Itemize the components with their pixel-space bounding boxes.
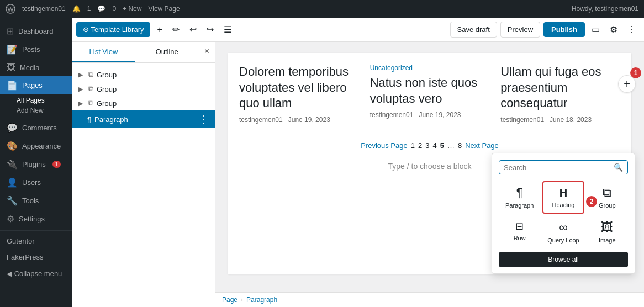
tree-arrow-icon-2: ▶: [78, 86, 85, 93]
adminbar-notifications: 🔔 1 💬 0: [72, 5, 116, 13]
settings-gear-button[interactable]: ⚙: [606, 21, 621, 38]
post-category-2[interactable]: Uncategorized: [370, 64, 490, 72]
page-5-current[interactable]: 5: [440, 141, 444, 150]
step-badge-1: 1: [630, 67, 641, 78]
post-date-3: June 18, 2023: [550, 116, 592, 124]
more-options-button[interactable]: ⋮: [624, 21, 640, 38]
add-block-toolbar-button[interactable]: +: [154, 22, 165, 38]
pages-add-new[interactable]: Add New: [17, 105, 65, 115]
tree-label-group-2: Group: [97, 85, 208, 93]
block-image[interactable]: 🖼 Image: [587, 216, 628, 248]
block-paragraph[interactable]: ¶ Paragraph: [499, 181, 540, 214]
tree-item-group-1[interactable]: ▶ ⧉ Group: [72, 67, 215, 82]
users-icon: 👤: [7, 177, 18, 188]
template-library-button[interactable]: ⊛ Template Library: [76, 22, 150, 37]
tree-label-group-3: Group: [97, 99, 208, 108]
group-icon: ⧉: [603, 186, 611, 200]
group-block-icon-3: ⧉: [88, 99, 93, 108]
prev-page-link[interactable]: Previous Page: [361, 141, 408, 150]
view-layout-button[interactable]: ▭: [588, 21, 603, 38]
sidebar-item-plugins[interactable]: 🔌 Plugins 1: [0, 155, 72, 173]
sidebar-item-tools[interactable]: 🔧 Tools: [0, 192, 72, 210]
heading-icon: H: [559, 187, 567, 199]
notification-icon: 🔔: [72, 5, 81, 13]
comment-icon: 💬: [97, 5, 105, 13]
sidebar-label-pages: Pages: [22, 81, 43, 89]
collapse-label: Collapse menu: [14, 269, 62, 278]
page-4[interactable]: 4: [432, 141, 436, 150]
row-icon: ⊟: [515, 220, 524, 232]
breadcrumb-separator: ›: [241, 296, 243, 304]
admin-bar: W testingemen01 🔔 1 💬 0 + New View Page …: [0, 0, 644, 18]
wp-logo: W: [6, 4, 15, 14]
sidebar-item-comments[interactable]: 💬 Comments: [0, 119, 72, 137]
page-3[interactable]: 3: [425, 141, 429, 150]
sidebar-label-dashboard: Dashboard: [18, 27, 54, 35]
block-grid: ¶ Paragraph H Heading ⧉ Group ⊟: [499, 181, 628, 248]
tree-item-group-2[interactable]: ▶ ⧉ Group: [72, 82, 215, 96]
site-name[interactable]: testingemen01: [22, 5, 66, 13]
post-title-1: Dolorem temporibus voluptates vel libero…: [239, 64, 359, 112]
breadcrumb-page[interactable]: Page: [222, 296, 237, 304]
plugins-icon: 🔌: [7, 159, 18, 170]
post-meta-3: testingemen01 June 18, 2023: [500, 116, 620, 124]
sidebar-label-settings: Settings: [19, 215, 45, 223]
tab-outline[interactable]: Outline: [135, 42, 199, 62]
view-page-link[interactable]: View Page: [148, 5, 180, 13]
block-search-input[interactable]: [504, 163, 614, 172]
sidebar-item-dashboard[interactable]: ⊞ Dashboard: [0, 22, 72, 40]
block-heading[interactable]: H Heading: [542, 181, 584, 214]
new-link[interactable]: + New: [123, 5, 141, 13]
sidebar-label-plugins: Plugins: [22, 160, 46, 168]
paragraph-label: Paragraph: [505, 202, 534, 209]
editor-main: Dolorem temporibus voluptates vel libero…: [215, 42, 644, 307]
block-query-loop[interactable]: ∞ Query Loop: [542, 216, 584, 248]
post-meta-2: testingemen01 June 19, 2023: [370, 111, 490, 119]
sidebar-item-settings[interactable]: ⚙ Settings: [0, 210, 72, 228]
block-row[interactable]: ⊟ Row: [499, 216, 540, 248]
page-2[interactable]: 2: [418, 141, 422, 150]
sidebar-item-media[interactable]: 🖼 Media: [0, 59, 72, 76]
collapse-menu[interactable]: ◀ Collapse menu: [0, 265, 72, 282]
paragraph-icon: ¶: [516, 186, 523, 200]
sidebar-label-appearance: Appearance: [22, 142, 61, 150]
sidebar-item-posts[interactable]: 📝 Posts: [0, 40, 72, 59]
tree-arrow-icon-3: ▶: [78, 100, 85, 107]
sidebar-item-gutentor[interactable]: Gutentor: [0, 233, 72, 249]
sidebar-item-users[interactable]: 👤 Users: [0, 173, 72, 192]
tree-item-group-3[interactable]: ▶ ⧉ Group: [72, 96, 215, 110]
editor-body: List View Outline × ▶ ⧉ Group ▶ ⧉ Group: [72, 42, 644, 307]
publish-button[interactable]: Publish: [543, 22, 585, 37]
post-author-3: testingemen01: [500, 116, 544, 124]
svg-text:W: W: [7, 6, 13, 13]
panel-close-button[interactable]: ×: [199, 42, 215, 62]
tab-list-view[interactable]: List View: [72, 42, 135, 62]
post-title-3: Ullam qui fuga eos praesentium consequat…: [500, 64, 620, 112]
image-label: Image: [599, 237, 616, 244]
sidebar-item-appearance[interactable]: 🎨 Appearance: [0, 137, 72, 155]
browse-all-button[interactable]: Browse all: [499, 252, 628, 267]
preview-button[interactable]: Preview: [500, 22, 540, 38]
breadcrumb-paragraph[interactable]: Paragraph: [246, 296, 277, 304]
brush-tool-button[interactable]: ✏: [169, 21, 183, 38]
search-icon: 🔍: [614, 163, 623, 172]
block-inserter-popup: 🔍 ¶ Paragraph H Heading ⧉ Gr: [492, 153, 635, 274]
tree-more-button[interactable]: ⋮: [198, 113, 208, 125]
pages-all-pages[interactable]: All Pages: [17, 96, 65, 105]
sidebar-item-fakerpress[interactable]: FakerPress: [0, 249, 72, 265]
save-draft-button[interactable]: Save draft: [450, 22, 497, 38]
panel-tree: ▶ ⧉ Group ▶ ⧉ Group ▶ ⧉ Group: [72, 63, 215, 307]
redo-button[interactable]: ↪: [203, 21, 217, 38]
post-date-1: June 19, 2023: [288, 116, 330, 124]
blog-post-1: Dolorem temporibus voluptates vel libero…: [239, 64, 359, 124]
sidebar-label-comments: Comments: [22, 124, 57, 132]
tree-item-paragraph[interactable]: ¶ Paragraph ⋮: [72, 110, 215, 128]
editor-toolbar: ⊛ Template Library + ✏ ↩ ↪ ☰ Save draft …: [72, 18, 644, 42]
undo-button[interactable]: ↩: [186, 21, 200, 38]
next-page-link[interactable]: Next Page: [465, 141, 499, 150]
page-8[interactable]: 8: [458, 141, 462, 150]
sidebar-item-pages[interactable]: 📄 Pages: [0, 76, 72, 94]
page-1[interactable]: 1: [411, 141, 415, 150]
post-date-2: June 19, 2023: [419, 111, 461, 119]
menu-button[interactable]: ☰: [220, 21, 235, 38]
